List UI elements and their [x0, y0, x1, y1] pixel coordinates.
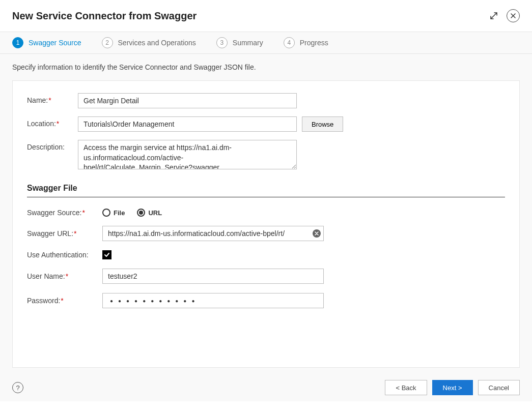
location-input[interactable]	[78, 116, 297, 132]
dialog-title: New Service Connector from Swagger	[12, 10, 197, 22]
step-label: Services and Operations	[118, 39, 196, 47]
step-number: 1	[12, 37, 23, 48]
swagger-file-heading: Swagger File	[27, 184, 505, 193]
step-number: 2	[102, 37, 113, 48]
use-auth-checkbox[interactable]	[102, 250, 111, 259]
step-summary[interactable]: 3 Summary	[216, 37, 263, 48]
step-swagger-source[interactable]: 1 Swagger Source	[12, 37, 81, 48]
name-label: Name:*	[27, 93, 78, 104]
swagger-source-label: Swagger Source:*	[27, 209, 102, 217]
step-number: 4	[284, 37, 295, 48]
radio-icon	[102, 209, 110, 217]
next-button[interactable]: Next >	[432, 380, 473, 395]
close-icon[interactable]	[507, 9, 520, 22]
instruction-text: Specify information to identify the Serv…	[0, 54, 532, 80]
section-divider	[27, 197, 505, 197]
step-services-operations[interactable]: 2 Services and Operations	[102, 37, 196, 48]
swagger-url-label: Swagger URL:*	[27, 229, 102, 238]
expand-icon[interactable]	[487, 9, 500, 22]
step-number: 3	[216, 37, 228, 48]
radio-url[interactable]: URL	[137, 209, 162, 217]
help-icon[interactable]: ?	[12, 382, 23, 393]
radio-file[interactable]: File	[102, 209, 125, 217]
cancel-button[interactable]: Cancel	[478, 380, 520, 395]
password-label: Password:*	[27, 297, 102, 305]
password-input[interactable]: ●●●●●●●●●●●	[102, 293, 324, 308]
radio-url-label: URL	[148, 209, 162, 217]
clear-icon[interactable]	[313, 229, 321, 238]
radio-file-label: File	[114, 209, 125, 217]
form-panel: Name:* Location:* Browse Description: Ac…	[12, 80, 520, 368]
step-label: Swagger Source	[29, 39, 81, 47]
back-button[interactable]: < Back	[385, 380, 427, 395]
browse-button[interactable]: Browse	[302, 116, 343, 132]
step-label: Progress	[300, 39, 328, 47]
use-auth-label: Use Authentication:	[27, 251, 102, 259]
step-label: Summary	[233, 39, 263, 47]
description-label: Description:	[27, 140, 78, 151]
radio-icon	[137, 209, 145, 217]
description-input[interactable]: Access the margin service at https://na1…	[78, 140, 297, 169]
username-input[interactable]	[102, 269, 324, 284]
location-label: Location:*	[27, 116, 78, 128]
step-progress[interactable]: 4 Progress	[284, 37, 328, 48]
username-label: User Name:*	[27, 272, 102, 280]
wizard-steps: 1 Swagger Source 2 Services and Operatio…	[0, 32, 532, 54]
swagger-url-input[interactable]	[102, 226, 324, 241]
name-input[interactable]	[78, 93, 297, 108]
